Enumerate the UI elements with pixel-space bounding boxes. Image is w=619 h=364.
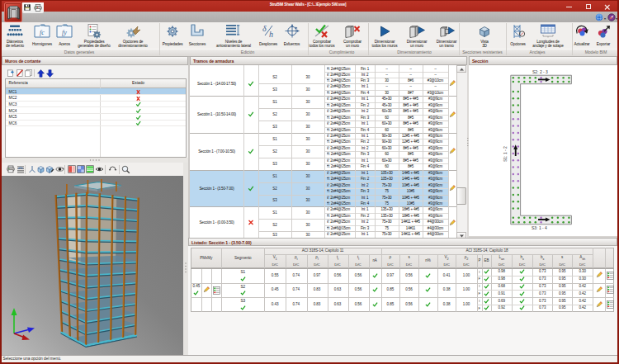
svg-text:δ: δ bbox=[262, 24, 267, 33]
svg-text:fc: fc bbox=[40, 29, 45, 36]
svg-text:h: h bbox=[269, 30, 273, 39]
svg-text:fy: fy bbox=[62, 29, 67, 36]
